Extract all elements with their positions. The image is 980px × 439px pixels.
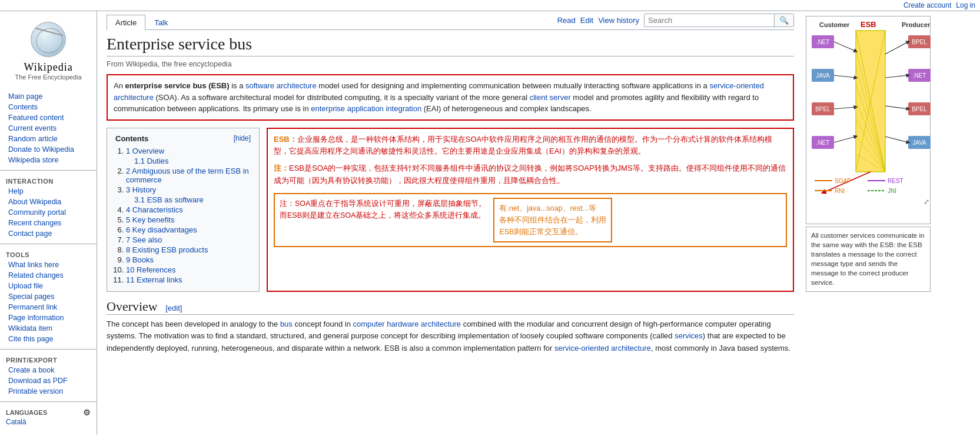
tools-title: Tools: [0, 249, 97, 260]
sidebar-item-special[interactable]: Special pages: [0, 291, 97, 302]
diagram-note-text: All customer services communicate in the…: [811, 232, 924, 286]
lead-paragraph: An enterprise service bus (ESB) is a sof…: [107, 74, 794, 121]
services-link[interactable]: services: [675, 331, 703, 340]
create-account-link[interactable]: Create account: [903, 1, 951, 9]
sidebar-item-help[interactable]: Help: [0, 186, 97, 197]
sidebar-item-current-events[interactable]: Current events: [0, 123, 97, 134]
svg-line-27: [834, 75, 856, 78]
overview-section: Overview [edit] The concept has been dev…: [107, 299, 794, 355]
sidebar-item-community[interactable]: Community portal: [0, 207, 97, 218]
sidebar-item-permanent[interactable]: Permanent link: [0, 302, 97, 312]
site-tagline: The Free Encyclopedia: [0, 74, 97, 81]
hardware-arch-link[interactable]: computer hardware architecture: [353, 320, 461, 328]
expand-icon: ⤢: [923, 198, 929, 206]
gear-icon[interactable]: ⚙: [83, 408, 91, 417]
client-server-link[interactable]: client server: [530, 93, 571, 102]
toc-link-5[interactable]: 5 Key benefits: [126, 215, 174, 224]
edit-link[interactable]: Edit: [580, 16, 593, 25]
toc-link-2[interactable]: 2 Ambiguous use of the term ESB in comme…: [126, 167, 249, 184]
overview-heading: Overview [edit]: [107, 299, 794, 315]
print-nav: Print/export Create a book Download as P…: [0, 352, 97, 399]
interaction-title: Interaction: [0, 175, 97, 186]
sidebar-item-contents[interactable]: Contents: [0, 102, 97, 112]
sidebar-item-store[interactable]: Wikipedia store: [0, 155, 97, 165]
sidebar-item-download-pdf[interactable]: Download as PDF: [0, 375, 97, 386]
main-nav: Main page Contents Featured content Curr…: [0, 89, 97, 168]
software-architecture-link[interactable]: software architecture: [245, 81, 317, 90]
toc-link-11[interactable]: 11 External links: [126, 275, 182, 284]
sidebar-item-whatlinks[interactable]: What links here: [0, 260, 97, 270]
svg-line-26: [834, 42, 856, 51]
toc-link-3-1[interactable]: 3.1 ESB as software: [134, 195, 204, 204]
producer-label: Producer: [902, 21, 931, 28]
eai-link[interactable]: enterprise application integration: [311, 104, 421, 113]
page-tabs: Article Talk Read Edit View history 🔍: [107, 11, 794, 30]
sidebar-item-related-changes[interactable]: Related changes: [0, 270, 97, 281]
sidebar-item-featured[interactable]: Featured content: [0, 112, 97, 123]
read-link[interactable]: Read: [557, 16, 576, 25]
toc-item-8: 8 Existing ESB products: [126, 245, 251, 254]
toc-link-8[interactable]: 8 Existing ESB products: [126, 245, 208, 254]
sidebar-item-about[interactable]: About Wikipedia: [0, 197, 97, 207]
sidebar-item-donate[interactable]: Donate to Wikipedia: [0, 144, 97, 155]
toc-hide-link[interactable]: [hide]: [234, 134, 251, 142]
toc-list: 1 Overview 1.1 Duties 2 Ambiguous use of…: [115, 147, 251, 284]
print-title: Print/export: [0, 354, 97, 365]
login-link[interactable]: Log in: [956, 1, 975, 9]
middle-section: Contents [hide] 1 Overview 1.1 Duties 2 …: [107, 128, 794, 292]
tools-nav: Tools What links here Related changes Up…: [0, 247, 97, 347]
svg-text:.NET: .NET: [816, 139, 830, 146]
tabs-left: Article Talk: [107, 15, 177, 29]
tab-article[interactable]: Article: [107, 15, 145, 30]
toc-title: Contents [hide]: [115, 134, 251, 143]
view-history-link[interactable]: View history: [598, 16, 639, 25]
page-layout: Wikipedia The Free Encyclopedia Main pag…: [0, 11, 980, 435]
toc-link-9[interactable]: 9 Books: [126, 255, 154, 264]
soa-link2[interactable]: service-oriented architecture: [554, 344, 651, 352]
toc-link-4[interactable]: 4 Characteristics: [126, 205, 183, 214]
toc-link-10[interactable]: 10 References: [126, 265, 176, 274]
toc-link-1-1[interactable]: 1.1 Duties: [134, 157, 169, 165]
sidebar-item-recent-changes[interactable]: Recent changes: [0, 218, 97, 228]
customer-label: Customer: [819, 21, 850, 28]
esb-diagram-svg: Customer ESB Producer .NET: [809, 19, 934, 219]
toc-link-3[interactable]: 3 History: [126, 185, 156, 194]
svg-text:REST: REST: [888, 178, 903, 184]
toc-item-5: 5 Key benefits: [126, 215, 251, 224]
sidebar-item-cite[interactable]: Cite this page: [0, 334, 97, 344]
esb-bold: enterprise service bus (ESB): [125, 81, 230, 90]
svg-text:SOAP: SOAP: [835, 178, 851, 184]
toc-item-4: 4 Characteristics: [126, 205, 251, 214]
toc-link-1[interactable]: 1 Overview: [126, 147, 164, 155]
bus-link[interactable]: bus: [280, 320, 293, 328]
esb-diagram-container: Customer ESB Producer .NET: [806, 16, 931, 224]
svg-text:.NET: .NET: [816, 39, 830, 45]
toc-link-7[interactable]: 7 See also: [126, 235, 162, 244]
svg-line-28: [834, 107, 856, 109]
svg-line-32: [885, 106, 908, 109]
svg-line-30: [885, 42, 908, 54]
tab-talk[interactable]: Talk: [145, 15, 177, 30]
search-button[interactable]: 🔍: [774, 14, 793, 26]
overview-text: The concept has been developed in analog…: [107, 318, 794, 355]
sidebar-item-page-info[interactable]: Page information: [0, 312, 97, 323]
sidebar-item-upload[interactable]: Upload file: [0, 281, 97, 291]
toc-item-9: 9 Books: [126, 255, 251, 264]
toc-item-1: 1 Overview 1.1 Duties: [126, 147, 251, 165]
sidebar-item-catala[interactable]: Català: [6, 417, 91, 427]
sidebar-item-random[interactable]: Random article: [0, 134, 97, 144]
overview-edit-link[interactable]: [edit]: [165, 304, 182, 312]
sidebar-item-wikidata[interactable]: Wikidata item: [0, 323, 97, 334]
toc-item-7: 7 See also: [126, 235, 251, 244]
toc-link-6[interactable]: 6 Key disadvantages: [126, 225, 197, 234]
sidebar-item-main-page[interactable]: Main page: [0, 91, 97, 102]
diagram-note: All customer services communicate in the…: [806, 227, 931, 292]
search-input[interactable]: [645, 14, 774, 26]
interaction-nav: Interaction Help About Wikipedia Communi…: [0, 173, 97, 241]
svg-line-31: [885, 75, 908, 78]
toc-item-11: 11 External links: [126, 275, 251, 284]
sidebar-item-printable[interactable]: Printable version: [0, 386, 97, 397]
sidebar-item-contact[interactable]: Contact page: [0, 228, 97, 239]
sidebar-item-create-book[interactable]: Create a book: [0, 365, 97, 375]
search-box: 🔍: [644, 14, 794, 27]
